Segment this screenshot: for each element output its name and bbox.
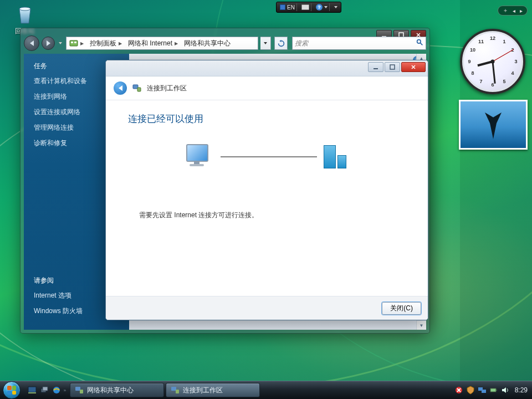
svg-rect-12 xyxy=(28,387,36,392)
dialog-minimize-button[interactable] xyxy=(368,62,383,72)
control-panel-icon xyxy=(69,39,78,48)
svg-rect-11 xyxy=(137,88,141,91)
network-center-icon xyxy=(75,386,84,395)
clock-second-hand xyxy=(493,49,514,62)
ime-icon[interactable] xyxy=(300,3,311,11)
svg-rect-23 xyxy=(482,390,486,393)
breadcrumb-node-2[interactable]: 网络和 Internet▶ xyxy=(125,37,181,49)
taskbar-tasks: 网络和共享中心 连接到工作区 xyxy=(70,381,450,399)
breadcrumb-node-3[interactable]: 网络和共享中心 xyxy=(181,37,234,49)
slideshow-gadget[interactable] xyxy=(459,100,528,150)
dialog-message: 需要先设置 Internet 连接方可进行连接。 xyxy=(139,211,406,220)
task-label: 连接到工作区 xyxy=(183,386,223,395)
svg-rect-24 xyxy=(490,388,496,392)
svg-rect-5 xyxy=(74,42,76,43)
langbar-options-icon[interactable] xyxy=(332,3,339,11)
clock-minute-hand xyxy=(492,62,496,84)
refresh-icon xyxy=(278,40,285,47)
gadget-next-icon[interactable]: ▸ xyxy=(518,8,525,14)
ie-icon[interactable] xyxy=(51,384,62,396)
dialog-title: 连接到工作区 xyxy=(147,84,187,93)
connection-line-icon xyxy=(221,156,317,157)
address-bar[interactable]: ▶ 控制面板▶ 网络和 Internet▶ 网络和共享中心 xyxy=(66,37,258,50)
close-button[interactable]: 关闭(C) xyxy=(382,302,421,315)
svg-rect-9 xyxy=(390,65,395,69)
address-dropdown[interactable] xyxy=(260,37,271,50)
svg-rect-13 xyxy=(28,392,36,393)
dialog-connect-workplace: 连接到工作区 连接已经可以使用 需要先设置 Internet 连接方可进行连接。… xyxy=(105,60,428,320)
dialog-back-button[interactable] xyxy=(114,81,127,95)
svg-rect-20 xyxy=(176,390,179,393)
breadcrumb-node-1[interactable]: 控制面板▶ xyxy=(87,37,125,49)
dialog-titlebar[interactable] xyxy=(106,60,428,76)
taskbar-task-network-center[interactable]: 网络和共享中心 xyxy=(70,383,164,397)
tray-volume-icon[interactable] xyxy=(501,386,510,395)
tray-security-icon[interactable] xyxy=(466,386,475,395)
navigation-bar: ▶ 控制面板▶ 网络和 Internet▶ 网络和共享中心 搜索 xyxy=(24,35,426,52)
server-icon xyxy=(324,145,351,168)
switch-windows-icon[interactable] xyxy=(39,384,50,396)
tray-network-icon[interactable] xyxy=(478,386,487,395)
show-desktop-icon[interactable] xyxy=(27,384,38,396)
nav-forward-button[interactable] xyxy=(42,37,55,50)
svg-rect-4 xyxy=(71,42,73,43)
sidebar-gadget-panel: ＋◂▸ 12 1 2 3 4 5 6 7 8 9 10 11 xyxy=(460,0,532,381)
nav-back-button[interactable] xyxy=(24,35,39,51)
svg-rect-19 xyxy=(171,387,176,391)
breadcrumb-root[interactable]: ▶ xyxy=(66,37,87,49)
connection-diagram xyxy=(128,144,406,170)
quick-launch: » xyxy=(23,381,70,399)
recycle-bin-icon xyxy=(14,3,36,25)
dialog-maximize-button[interactable] xyxy=(385,62,400,72)
language-bar[interactable]: EN ? xyxy=(276,2,341,13)
svg-line-7 xyxy=(420,43,422,45)
clock-gadget[interactable]: 12 1 2 3 4 5 6 7 8 9 10 11 xyxy=(460,29,525,94)
task-label: 网络和共享中心 xyxy=(87,386,134,395)
svg-point-6 xyxy=(417,40,421,44)
svg-rect-15 xyxy=(43,387,48,391)
svg-point-0 xyxy=(19,7,30,11)
start-button[interactable] xyxy=(0,381,23,399)
network-icon xyxy=(132,84,141,93)
help-icon[interactable]: ? xyxy=(314,3,330,11)
search-input[interactable]: 搜索 xyxy=(292,37,426,50)
tray-clock[interactable]: 8:29 xyxy=(515,386,528,394)
search-icon[interactable] xyxy=(416,39,423,48)
gadget-prev-icon[interactable]: ◂ xyxy=(510,8,518,14)
svg-rect-17 xyxy=(75,387,80,391)
taskbar: » 网络和共享中心 连接到工作区 8:29 xyxy=(0,381,532,399)
network-icon xyxy=(171,386,180,395)
nav-history-dropdown[interactable] xyxy=(57,42,64,44)
svg-rect-18 xyxy=(80,390,83,393)
tray-blocked-icon[interactable] xyxy=(454,386,463,395)
svg-rect-8 xyxy=(374,68,378,69)
dialog-close-button[interactable] xyxy=(401,62,426,72)
tray-power-icon[interactable] xyxy=(489,386,498,395)
gadget-controls[interactable]: ＋◂▸ xyxy=(498,6,528,16)
system-tray: 8:29 xyxy=(450,381,532,399)
computer-icon xyxy=(183,144,214,170)
taskbar-task-connect-workplace[interactable]: 连接到工作区 xyxy=(166,383,260,397)
language-indicator[interactable]: EN xyxy=(287,4,295,11)
refresh-button[interactable] xyxy=(274,37,288,50)
start-orb-icon xyxy=(3,381,21,399)
svg-rect-25 xyxy=(496,390,497,391)
quick-launch-overflow[interactable]: » xyxy=(63,384,66,396)
dialog-heading: 连接已经可以使用 xyxy=(128,112,406,125)
gadget-add-icon[interactable]: ＋ xyxy=(500,7,510,14)
search-placeholder: 搜索 xyxy=(295,39,308,48)
scroll-down-button[interactable]: ▼ xyxy=(417,320,426,330)
